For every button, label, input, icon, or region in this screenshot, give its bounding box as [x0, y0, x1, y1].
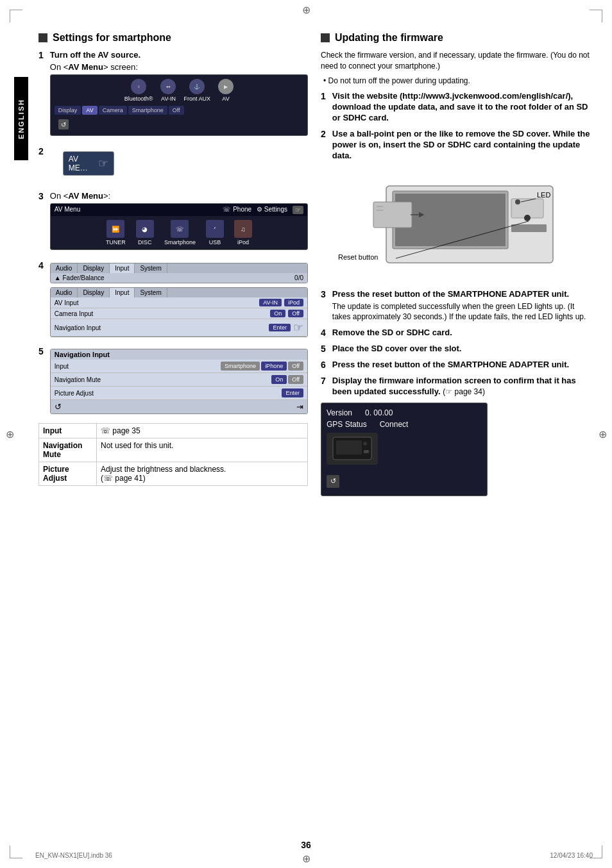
nav-row-input: Input Smartphone iPhone Off: [51, 360, 307, 373]
nav-input-row: Navigation Input Enter ☞: [51, 319, 307, 337]
av-menu-usb: ⎖ USB: [206, 220, 224, 246]
right-step-3-number: 3: [321, 289, 326, 322]
nav-picture-enter[interactable]: Enter: [282, 388, 303, 397]
av-icon-av: ▶ AV: [218, 79, 234, 102]
info-row-input: Input ☏ page 35: [39, 424, 308, 438]
svg-text:Reset button: Reset button: [338, 253, 378, 261]
nav-mute-on[interactable]: On: [271, 375, 287, 384]
av-source-screen: ♀ Bluetooth® ↭ AV-IN ⚓ Front AUX: [50, 74, 308, 136]
av-tab-off: Off: [169, 106, 184, 115]
right-step-5-content: Place the SD cover over the slot.: [332, 344, 593, 355]
nav-input-row-label: Input: [55, 363, 69, 370]
av-menu-touch-area: AV ME… ☞: [50, 149, 308, 181]
tab2-system[interactable]: System: [135, 288, 167, 297]
language-sidebar: ENGLISH: [14, 77, 28, 160]
left-column: Settings for smartphone 1 Turn off the A…: [38, 32, 308, 496]
nav-btn-off[interactable]: Off: [288, 362, 303, 371]
av-menu-touch-btn[interactable]: ☞: [293, 206, 303, 214]
nav-mute-off[interactable]: Off: [288, 375, 303, 384]
settings-tabs-2: Audio Display Input System: [51, 288, 307, 297]
right-column: Updating the firmware Check the firmware…: [321, 32, 593, 496]
bullet-text: Do not turn off the power during updatin…: [328, 76, 470, 85]
version-value: 0. 00.00: [365, 408, 393, 417]
tab2-audio[interactable]: Audio: [51, 288, 78, 297]
nav-btn-iphone[interactable]: iPhone: [261, 362, 287, 371]
right-step-4-content: Remove the SD or SDHC card.: [332, 328, 593, 338]
right-step-2-number: 2: [321, 129, 326, 162]
svg-rect-18: [364, 450, 369, 453]
nav-input-title: Navigation Input: [51, 349, 307, 360]
nav-mute-label: Navigation Mute: [55, 376, 101, 383]
right-step-5-text: Place the SD cover over the slot.: [332, 344, 593, 355]
camera-on: On: [270, 310, 285, 317]
corner-mark-tl: [10, 10, 22, 22]
touch-hand-icon: ☞: [98, 156, 108, 171]
corner-mark-tr: [590, 10, 602, 22]
page-number: 36: [301, 840, 311, 850]
av-input-values: AV-IN iPod: [259, 299, 303, 306]
left-section-header: Settings for smartphone: [38, 32, 308, 44]
av-menu-icons: ⏩ TUNER ◕ DISC ☏ Smartphone: [51, 216, 307, 249]
step-1-number: 1: [38, 50, 44, 141]
av-icon-frontaux: ⚓ Front AUX: [183, 79, 210, 102]
device-svg: LED Reset button: [321, 167, 593, 282]
info-table: Input ☏ page 35 NavigationMute Not used …: [38, 423, 308, 486]
footer-left: EN_KW-NSX1[EU].indb 36: [35, 852, 112, 859]
tab-display[interactable]: Display: [78, 263, 110, 273]
av-menu-header-buttons: ☏ Phone ⚙ Settings ☞: [223, 206, 303, 214]
tab-input[interactable]: Input: [110, 263, 135, 273]
tab2-input[interactable]: Input: [110, 288, 135, 297]
right-step-1-text: Visit the website (http://www3.jvckenwoo…: [332, 91, 593, 124]
right-step-3-desc: The update is completed successfully whe…: [332, 301, 593, 323]
update-intro: Check the firmware version, and if neces…: [321, 50, 593, 72]
section-icon-right: [321, 33, 330, 42]
step-2: 2 AV ME… ☞: [38, 146, 308, 186]
av-menu-touch[interactable]: AV ME… ☞: [63, 151, 114, 176]
nav-input-label: Navigation Input: [55, 324, 101, 331]
svg-rect-7: [373, 202, 412, 228]
av-back-button[interactable]: ↺: [58, 119, 69, 129]
nav-back-btn[interactable]: ↺: [55, 402, 62, 412]
settings-screen-1: Audio Display Input System ▲ Fader/Balan…: [50, 263, 308, 283]
av-icon-bluetooth: ♀ Bluetooth®: [124, 79, 153, 102]
step-3-number: 3: [38, 191, 44, 255]
nav-input-enter[interactable]: Enter: [269, 324, 291, 331]
av-menu-disc: ◕ DISC: [136, 220, 154, 246]
gps-row: GPS Status Connect: [327, 420, 482, 429]
right-step-2: 2 Use a ball-point pen or the like to re…: [321, 129, 593, 162]
settings-fader-row: ▲ Fader/Balance 0/0: [51, 273, 307, 283]
nav-forward-btn[interactable]: ⇥: [296, 402, 303, 412]
step-5: 5 Navigation Input Input Smartphone iPho…: [38, 346, 308, 418]
camera-input-label: Camera Input: [55, 310, 94, 317]
tab-audio[interactable]: Audio: [51, 263, 78, 273]
step-3-text: On <AV Menu>:: [50, 191, 308, 201]
version-screen: Version 0. 00.00 GPS Status Connect: [321, 403, 488, 496]
av-input-ipod: iPod: [284, 299, 303, 306]
right-step-2-content: Use a ball-point pen or the like to remo…: [332, 129, 593, 162]
bullet-item: • Do not turn off the power during updat…: [321, 76, 593, 87]
nav-picture-label: Picture Adjust: [55, 390, 94, 397]
svg-text:LED: LED: [537, 191, 550, 199]
nav-input-enter-area: Enter ☞: [269, 321, 303, 335]
av-icons-row: ♀ Bluetooth® ↭ AV-IN ⚓ Front AUX: [55, 79, 303, 102]
step-4-number: 4: [38, 260, 44, 341]
gps-label: GPS Status: [327, 420, 367, 429]
step-1-content: Turn off the AV source. On <AV Menu> scr…: [50, 50, 308, 141]
av-back-row: ↺: [55, 115, 303, 131]
version-row: Version 0. 00.00: [327, 408, 482, 417]
right-section-header: Updating the firmware: [321, 32, 593, 44]
right-step-7-number: 7: [321, 376, 326, 397]
info-row-picture: PictureAdjust Adjust the brightness and …: [39, 462, 308, 486]
av-menu-touch-label: AV ME…: [69, 154, 94, 172]
tab-system[interactable]: System: [135, 263, 167, 273]
svg-point-17: [363, 442, 367, 446]
step-3-content: On <AV Menu>: AV Menu ☏ Phone ⚙ Settings…: [50, 191, 308, 255]
version-back-btn[interactable]: ↺: [327, 475, 339, 488]
info-value-input: ☏ page 35: [97, 424, 308, 438]
language-label: ENGLISH: [17, 99, 25, 139]
nav-btn-smartphone[interactable]: Smartphone: [221, 362, 260, 371]
info-key-input: Input: [39, 424, 97, 438]
device-small-svg: [330, 434, 375, 463]
tab2-display[interactable]: Display: [78, 288, 110, 297]
right-step-3: 3 Press the reset button of the SMARTPHO…: [321, 289, 593, 322]
